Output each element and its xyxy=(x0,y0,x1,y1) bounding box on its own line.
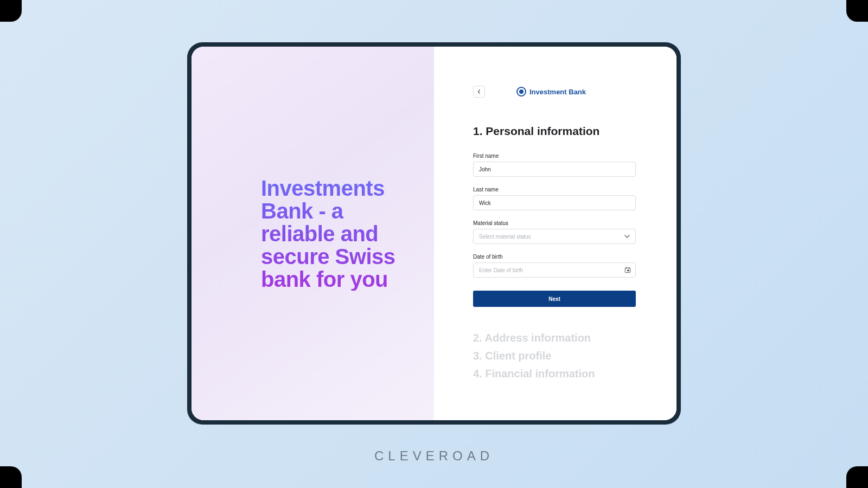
step-title: 1. Personal information xyxy=(473,125,636,138)
brand: Investment Bank xyxy=(516,87,586,97)
back-button[interactable] xyxy=(473,86,485,98)
step-client-profile: 3. Client profile xyxy=(473,350,636,362)
marketing-panel: Investments Bank - a reliable and secure… xyxy=(192,47,434,420)
next-button[interactable]: Next xyxy=(473,291,636,307)
last-name-label: Last name xyxy=(473,187,636,192)
svg-rect-1 xyxy=(627,270,629,272)
device-frame: Investments Bank - a reliable and secure… xyxy=(187,42,681,425)
last-name-input[interactable] xyxy=(473,195,636,210)
upcoming-steps: 2. Address information 3. Client profile… xyxy=(473,332,636,380)
device-screen: Investments Bank - a reliable and secure… xyxy=(192,47,676,420)
watermark: CLEVEROAD xyxy=(374,448,494,464)
form-panel: Investment Bank 1. Personal information … xyxy=(434,47,676,420)
calendar-icon xyxy=(624,267,631,273)
frame-corner xyxy=(0,0,22,22)
field-material-status: Material status Select material status xyxy=(473,220,636,244)
chevron-left-icon xyxy=(477,89,481,94)
dob-label: Date of birth xyxy=(473,254,636,260)
frame-corner xyxy=(846,466,868,488)
frame-corner xyxy=(0,466,22,488)
field-date-of-birth: Date of birth Enter Date of birth xyxy=(473,254,636,278)
step-financial: 4. Financial information xyxy=(473,368,636,380)
brand-logo-icon xyxy=(516,87,526,97)
material-status-label: Material status xyxy=(473,220,636,226)
dob-placeholder: Enter Date of birth xyxy=(479,267,523,273)
field-first-name: First name xyxy=(473,153,636,177)
tagline: Investments Bank - a reliable and secure… xyxy=(261,177,407,291)
brand-name: Investment Bank xyxy=(529,88,586,96)
first-name-label: First name xyxy=(473,153,636,159)
material-status-select[interactable]: Select material status xyxy=(473,229,636,244)
frame-corner xyxy=(846,0,868,22)
first-name-input[interactable] xyxy=(473,162,636,177)
step-address: 2. Address information xyxy=(473,332,636,344)
dob-input[interactable]: Enter Date of birth xyxy=(473,262,636,278)
field-last-name: Last name xyxy=(473,187,636,210)
material-status-placeholder: Select material status xyxy=(479,234,531,240)
header-row: Investment Bank xyxy=(473,86,636,98)
chevron-down-icon xyxy=(624,235,630,238)
